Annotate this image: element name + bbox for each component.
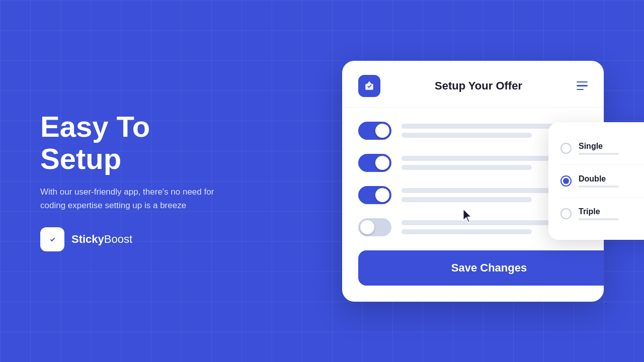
brand-row: StickyBoost [40,227,221,251]
toggle-thumb-1 [375,124,389,138]
card-logo-icon [363,79,376,93]
option-sub-line-double [579,186,619,188]
line-1b [401,133,532,138]
option-name-triple: Triple [579,207,644,216]
pricing-option-single[interactable]: Single $9.99 $35.99 [560,132,644,165]
option-sub-line-single [579,153,619,155]
card-title: Setup Your Offer [435,79,522,93]
toggle-4[interactable] [358,218,391,236]
card-logo [358,75,380,97]
toggle-thumb-3 [375,188,389,202]
pricing-option-triple[interactable]: Triple $22.99 $99.99 [560,198,644,230]
pricing-option-double[interactable]: Double $17.99 $70.99 [560,165,644,198]
save-button[interactable]: Save Changes [358,250,604,286]
page-wrapper: Easy To Setup With our user-friendly app… [0,0,644,362]
toggle-thumb-4 [360,220,374,234]
option-name-col-single: Single [579,142,644,155]
brand-name: StickyBoost [71,233,132,246]
hamburger-menu-icon[interactable] [577,81,588,90]
logo-icon [45,232,60,247]
card-header: Setup Your Offer [342,61,604,108]
toggle-3[interactable] [358,186,391,204]
brand-logo [40,227,64,251]
left-section: Easy To Setup With our user-friendly app… [40,111,221,251]
option-name-col-double: Double [579,174,644,188]
radio-inner-double [563,178,569,184]
option-sub-line-triple [579,218,619,220]
toggle-1[interactable] [358,122,391,140]
line-2b [401,165,532,170]
toggle-thumb-2 [375,156,389,170]
line-4b [401,229,532,234]
line-3b [401,197,532,202]
option-name-col-triple: Triple [579,207,644,220]
option-name-double: Double [579,174,644,184]
option-name-single: Single [579,142,644,151]
radio-triple [560,208,572,219]
hero-title: Easy To Setup [40,111,221,175]
radio-double [560,175,572,187]
radio-single [560,143,572,154]
toggle-2[interactable] [358,154,391,172]
right-section: Setup Your Offer [342,61,604,302]
hero-description: With our user-friendly app, there's no n… [40,185,221,212]
pricing-card: Single $9.99 $35.99 Double $17.99 [548,122,644,240]
